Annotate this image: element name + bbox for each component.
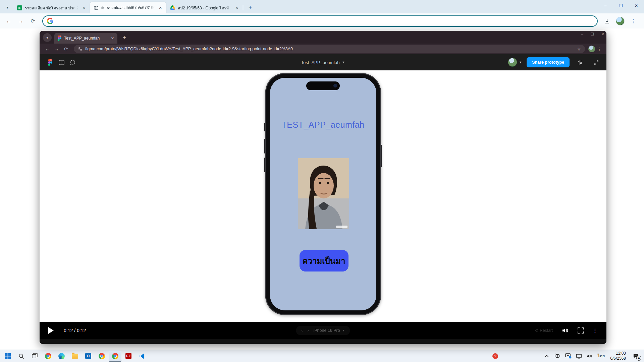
screen-record-icon[interactable] [553,351,562,361]
clock[interactable]: 12:03 6/6/2568 [608,351,628,361]
forward-icon[interactable]: → [52,45,61,53]
search-icon[interactable] [15,351,28,362]
reload-icon[interactable]: ⟳ [62,45,70,53]
volume-icon[interactable] [561,327,569,334]
close-icon[interactable]: ✕ [111,36,114,41]
kebab-menu-icon[interactable]: ⋮ [592,327,598,334]
figma-logo-icon[interactable] [44,57,56,68]
close-button[interactable]: ✕ [629,0,644,11]
chevron-down-icon: ▼ [342,329,345,332]
inner-window-controls: – ❐ ✕ [581,32,604,37]
tray-expand-icon[interactable] [542,351,551,361]
notification-center-icon[interactable]: 4 [630,351,641,361]
fullscreen-icon[interactable] [578,327,584,334]
back-icon[interactable]: ← [3,16,14,26]
vscode-icon[interactable] [136,351,148,362]
outlook-icon[interactable]: O [82,351,95,362]
profile-avatar[interactable] [588,46,595,52]
back-icon[interactable]: ← [43,45,52,53]
next-frame-icon[interactable]: › [307,328,309,333]
screen-share-icon[interactable] [564,351,573,361]
alert-tray-icon[interactable]: ? [492,353,498,359]
reload-icon[interactable]: ⟳ [28,16,38,26]
address-bar[interactable] [42,15,598,27]
language-indicator[interactable]: ไทย [596,353,606,359]
outer-tab-label: สป2 19/05/68 - Google ไดรฟ์ [178,5,231,11]
outer-tab-sheets[interactable]: รายละเอียด ชื่อโครงงาน ปวส.2 สายตร ✕ [13,2,90,13]
close-icon[interactable]: ✕ [81,5,87,10]
video-frame[interactable]: TEST_APP_aeumfah [40,70,606,322]
figma-icon [58,36,61,41]
notification-badge: 4 [636,356,641,361]
outer-window-controls: – ❐ ✕ [598,0,644,11]
prototype-device-bar: ‹ › iPhone 16 Pro ▼ [296,326,350,335]
chevron-down-icon: ▼ [342,61,345,64]
prototype-settings-icon[interactable] [574,57,586,68]
tab-search-icon[interactable]: ▾ [43,33,52,42]
restart-icon: ⟲ [535,328,538,333]
minimize-button[interactable]: – [598,0,613,11]
page-background: ▾ Test_APP_aeumfah ✕ + – ❐ ✕ ← → [0,28,644,350]
forward-icon[interactable]: → [15,16,26,26]
address-input[interactable] [57,18,593,23]
outer-tab-strip: ▾ รายละเอียด ชื่อโครงงาน ปวส.2 สายตร ✕ i… [0,0,644,13]
new-tab-button[interactable]: + [120,33,129,42]
share-prototype-button[interactable]: Share prototype [527,57,570,67]
play-icon[interactable] [48,327,55,334]
restore-button[interactable]: ❐ [613,0,629,11]
restore-button[interactable]: ❐ [591,32,594,37]
inner-browser-window: ▾ Test_APP_aeumfah ✕ + – ❐ ✕ ← → [40,31,606,344]
history-button[interactable]: ความเป็นมา [300,250,348,272]
volume-down-button [264,158,265,172]
figma-file-title[interactable]: Test_APP_aeumfah ▼ [301,60,345,65]
close-button[interactable]: ✕ [601,32,604,37]
chevron-down-icon[interactable]: ▼ [519,61,522,64]
front-camera-dot [333,84,337,87]
kebab-menu-icon[interactable]: ⋮ [596,47,603,52]
outer-tab-drive[interactable]: สป2 19/05/68 - Google ไดรฟ์ ✕ [166,2,243,13]
clock-time: 12:03 [610,351,626,356]
comment-icon[interactable] [67,57,78,68]
figma-user-avatar[interactable] [508,58,517,67]
task-view-icon[interactable] [28,351,41,362]
inner-tab-figma[interactable]: Test_APP_aeumfah ✕ [54,33,117,44]
toolbar-right: ⋮ [602,16,641,26]
close-icon[interactable]: ✕ [158,5,163,10]
url-text: figma.com/proto/jWisREQDkz6kqhyCYLduWY/T… [85,47,293,51]
app-title: TEST_APP_aeumfah [270,120,376,130]
restart-button[interactable]: ⟲ Restart [535,328,553,333]
outer-tab-label: itdev.cmtc.ac.th/it67a/u6731901 [101,5,155,10]
close-icon[interactable]: ✕ [234,5,239,10]
inner-tab-strip: ▾ Test_APP_aeumfah ✕ + – ❐ ✕ [40,31,606,44]
video-seek-bar[interactable] [40,339,606,344]
bookmark-star-icon[interactable]: ☆ [577,47,581,52]
iphone-mockup: TEST_APP_aeumfah [265,73,381,315]
device-label-text: iPhone 16 Pro [313,328,340,333]
speaker-icon[interactable] [585,351,594,361]
restart-label: Restart [540,328,553,333]
chrome-icon[interactable] [42,351,54,362]
taskbar: O FZ ? ไทย 12:03 [0,350,644,362]
file-explorer-icon[interactable] [68,351,81,362]
outer-tab-itdev[interactable]: itdev.cmtc.ac.th/it67a/u6731901 ✕ [90,2,166,13]
chrome-icon-active[interactable] [109,351,121,362]
inner-address-bar[interactable]: figma.com/proto/jWisREQDkz6kqhyCYLduWY/T… [74,45,585,53]
start-button[interactable] [1,351,14,362]
minimize-button[interactable]: – [581,32,583,37]
network-display-icon[interactable] [575,351,583,361]
device-label[interactable]: iPhone 16 Pro ▼ [313,328,344,333]
filezilla-icon[interactable]: FZ [122,351,135,362]
chrome-icon[interactable] [95,351,108,362]
fullscreen-expand-icon[interactable] [590,57,602,68]
new-tab-button[interactable]: + [246,3,255,12]
prev-frame-icon[interactable]: ‹ [301,328,303,333]
edge-icon[interactable] [55,351,68,362]
tab-search-icon[interactable]: ▾ [3,3,12,12]
kebab-menu-icon[interactable]: ⋮ [628,16,639,26]
video-controls-right: ⟲ Restart ⋮ [535,327,598,334]
profile-avatar[interactable] [616,17,625,25]
figma-toolbar: Test_APP_aeumfah ▼ ▼ Share prototype [40,54,606,70]
download-icon[interactable] [602,16,612,26]
site-info-icon[interactable] [78,47,83,51]
sidebar-toggle-icon[interactable] [56,57,67,68]
